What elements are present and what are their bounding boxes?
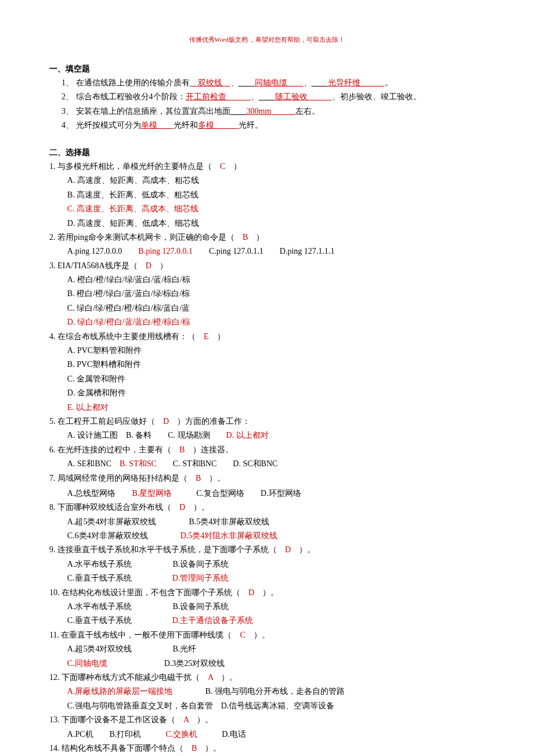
mcq-4a: A. PVC塑料管和附件 xyxy=(49,344,485,357)
mcq-12-r2: C.强电与弱电管路垂直交叉时，各自套管 D.信号线远离冰箱、空调等设备 xyxy=(49,700,485,712)
mcq-11-r1: A.超5类4对双绞线 B.光纤 xyxy=(49,643,485,656)
mcq-4e: E. 以上都对 xyxy=(49,401,485,414)
mcq-4d: D. 金属槽和附件 xyxy=(49,387,485,399)
fill-q2-sep1: 、 xyxy=(251,92,259,101)
fill-q1-post: 。 xyxy=(385,78,393,87)
fill-q1-a1: 双绞线 xyxy=(190,78,230,87)
fill-q1: 1、 在通信线路上使用的传输介质有 双绞线 、 同轴电缆 、 光导纤维 。 xyxy=(49,77,485,89)
mcq-8: 8. 下面哪种双绞线适合室外布线（ D ）。 xyxy=(49,501,485,514)
mcq-12-r1: A.屏蔽线路的屏蔽层一端接地 B. 强电与弱电分开布线，走各自的管路 xyxy=(49,685,485,698)
mcq-10: 10. 在结构化布线设计里面，不包含下面哪个子系统（ D ）。 xyxy=(49,586,485,599)
mcq-4: 4. 在综合布线系统中主要使用线槽有：（ E ） xyxy=(49,330,485,343)
mcq-4b: B. PVC塑料槽和附件 xyxy=(49,358,485,371)
mcq-3: 3. EIA/TIA568A线序是（ D ） xyxy=(49,260,485,272)
mcq-5: 5. 在工程开工前起码应做好（ D ）方面的准备工作： xyxy=(49,415,485,428)
fill-q2-post: 、初步验收、竣工验收。 xyxy=(332,92,421,101)
mcq-9-r1: A.水平布线子系统 B.设备间子系统 xyxy=(49,558,485,571)
mcq-3d: D. 绿白/绿/橙白/蓝/蓝白/橙/棕白/棕 xyxy=(49,316,485,329)
mcq-9: 9. 连接垂直干线子系统和水平干线子系统，是下面哪个子系统（ D ）。 xyxy=(49,543,485,556)
mcq-13: 13. 下面哪个设备不是工作区设备（ A ）。 xyxy=(49,714,485,726)
mcq-1c: C. 高速度、长距离、高成本、细芯线 xyxy=(49,203,485,215)
fill-q4-post: 光纤。 xyxy=(239,121,263,129)
fill-q3-blank-l xyxy=(230,107,247,116)
fill-q1-sep2: 、 xyxy=(304,78,312,87)
mcq-1a: A. 高速度、短距离、高成本、粗芯线 xyxy=(49,174,485,187)
fill-q1-blank2 xyxy=(312,78,328,87)
doc-header: 传播优秀Word版文档 ，希望对您有帮助，可双击去除！ xyxy=(49,35,485,45)
mcq-8-r2: C.6类4对非屏蔽双绞线 D.5类4对阻水非屏蔽双绞线 xyxy=(49,530,485,542)
fill-q2: 2、 综合布线工程验收分4个阶段：开工前检查 、 随工验收 、初步验收、竣工验收… xyxy=(49,91,485,103)
section1-title: 一、填空题 xyxy=(49,63,485,75)
mcq-1: 1. 与多模光纤相比，单模光纤的主要特点是（ C ） xyxy=(49,160,485,173)
fill-q2-a1: 开工前检查 xyxy=(186,92,251,101)
fill-q4-a1: 单模 xyxy=(141,121,174,129)
fill-q2-pre: 2、 综合布线工程验收分4个阶段： xyxy=(62,92,186,101)
mcq-7-opts: A.总线型网络 B.星型网络 C.复合型网络 D.环型网络 xyxy=(49,487,485,500)
mcq-1d: D. 高速度、短距离、低成本、细芯线 xyxy=(49,217,485,230)
mcq-5-opts: A. 设计施工图 B. 备料 C. 现场勘测 D. 以上都对 xyxy=(49,429,485,442)
mcq-6: 6. 在光纤连接的过程中，主要有（ B ）连接器。 xyxy=(49,444,485,456)
mcq-7: 7. 局域网经常使用的网络拓扑结构是（ B ）。 xyxy=(49,472,485,485)
mcq-3b: B. 橙白/橙/绿白/蓝/蓝白/绿/棕白/棕 xyxy=(49,287,485,300)
fill-q2-a2: 随工验收 xyxy=(275,92,332,101)
mcq-12: 12. 下面哪种布线方式不能减少电磁干扰（ A ）。 xyxy=(49,671,485,684)
section2-title: 二、选择题 xyxy=(49,146,485,159)
mcq-3c: C. 绿白/绿/橙白/橙/棕白/棕/蓝白/蓝 xyxy=(49,302,485,315)
mcq-14: 14. 结构化布线不具备下面哪个特点（ B ）。 xyxy=(49,742,485,755)
mcq-11: 11. 在垂直干线布线中，一般不使用下面哪种线缆（ C ）。 xyxy=(49,629,485,642)
mcq-4c: C. 金属管和附件 xyxy=(49,373,485,386)
fill-q4-mid: 光纤和 xyxy=(174,121,198,129)
fill-q4-a2: 多模 xyxy=(198,121,239,129)
fill-q3: 3、 安装在墙上的信息插座，其位置宜高出地面 300mm 左右。 xyxy=(49,105,485,118)
mcq-1b: B. 高速度、长距离、低成本、粗芯线 xyxy=(49,189,485,201)
mcq-13-opts: A.PC机 B.打印机 C.交换机 D.电话 xyxy=(49,728,485,741)
fill-q1-sep1: 、 xyxy=(230,78,239,87)
mcq-11-r2: C.同轴电缆 D.3类25对双绞线 xyxy=(49,657,485,670)
fill-q2-blank1 xyxy=(259,92,275,101)
mcq-10-r2: C.垂直干线子系统 D.主干通信设备子系统 xyxy=(49,614,485,627)
mcq-9-r2: C.垂直干线子系统 D.管理间子系统 xyxy=(49,572,485,585)
fill-q3-a1: 300mm xyxy=(247,107,296,116)
fill-q1-a3: 光导纤维 xyxy=(328,78,385,87)
mcq-10-r1: A.水平布线子系统 B.设备间子系统 xyxy=(49,600,485,613)
mcq-3a: A. 橙白/橙/绿白/绿/蓝白/蓝/棕白/棕 xyxy=(49,273,485,286)
fill-q4: 4、 光纤按模式可分为单模 光纤和多模 光纤。 xyxy=(49,119,485,132)
fill-q4-pre: 4、 光纤按模式可分为 xyxy=(62,121,141,129)
mcq-2: 2. 若用ping命令来测试本机网卡，则正确的命令是（ B ） xyxy=(49,231,485,244)
fill-q1-blank1 xyxy=(239,78,255,87)
mcq-6-opts: A. SE和BNC B. ST和SC C. ST和BNC D. SC和BNC xyxy=(49,458,485,470)
fill-q1-pre: 1、 在通信线路上使用的传输介质有 xyxy=(62,78,190,87)
fill-q3-post: 左右。 xyxy=(295,107,320,116)
mcq-8-r1: A.超5类4对非屏蔽双绞线 B.5类4对非屏蔽双绞线 xyxy=(49,516,485,528)
fill-q3-pre: 3、 安装在墙上的信息插座，其位置宜高出地面 xyxy=(62,107,230,116)
mcq-2-opts: A.ping 127.0.0.0 B.ping 127.0.0.1 C.ping… xyxy=(49,245,485,258)
fill-q1-a2: 同轴电缆 xyxy=(255,78,304,87)
